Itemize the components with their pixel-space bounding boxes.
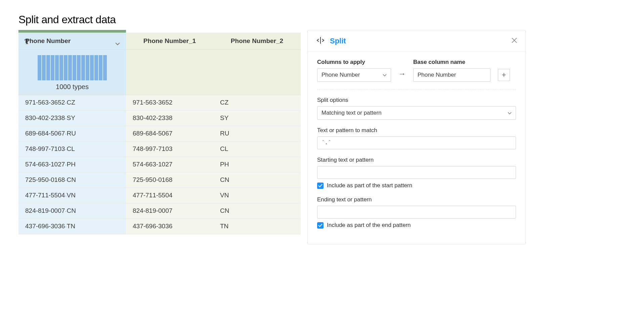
table-row[interactable]: 574-663-1027·PH574-663-1027PH <box>18 157 301 172</box>
text-type-icon: T <box>25 37 30 46</box>
table-row[interactable]: 725-950-0168·CN725-950-0168CN <box>18 172 301 188</box>
pattern-label: Text or pattern to match <box>317 127 516 134</box>
add-column-button[interactable]: + <box>498 69 510 81</box>
split-options-label: Split options <box>317 97 516 104</box>
column-header-phone-number-1[interactable]: Phone Number_1 <box>126 33 213 50</box>
column-header-phone-number[interactable]: T Phone Number <box>18 33 126 50</box>
starting-pattern-input[interactable] <box>317 166 516 179</box>
panel-title: Split <box>330 37 346 45</box>
data-table: T Phone Number Phone Number_1 Phone Numb… <box>18 30 301 244</box>
chevron-down-icon <box>508 110 512 116</box>
include-end-checkbox[interactable] <box>317 222 324 229</box>
ending-pattern-input[interactable] <box>317 206 516 219</box>
chevron-down-icon <box>383 72 387 78</box>
histogram <box>18 55 126 80</box>
include-start-checkbox[interactable] <box>317 183 324 189</box>
split-panel: Split Columns to apply Phone Number → Ba… <box>307 30 526 244</box>
table-row[interactable]: 830-402-2338·SY830-402-2338SY <box>18 110 301 126</box>
close-button[interactable] <box>511 37 517 45</box>
chevron-down-icon[interactable] <box>115 40 120 47</box>
ending-pattern-label: Ending text or pattern <box>317 196 516 203</box>
page-title: Split and extract data <box>18 13 644 26</box>
column-header-phone-number-2[interactable]: Phone Number_2 <box>213 33 301 50</box>
base-column-label: Base column name <box>413 59 490 66</box>
pattern-input[interactable] <box>317 136 516 149</box>
arrow-right-icon: → <box>398 70 406 82</box>
columns-to-apply-select[interactable]: Phone Number <box>317 68 391 82</box>
table-row[interactable]: 437-696-3036·TN437-696-3036TN <box>18 219 301 234</box>
types-count: 1000 types <box>18 83 126 91</box>
split-icon <box>316 36 325 46</box>
column-quality-bar <box>18 30 126 33</box>
table-row[interactable]: 824-819-0007·CN824-819-0007CN <box>18 203 301 219</box>
include-start-label: Include as part of the start pattern <box>327 182 412 189</box>
columns-to-apply-label: Columns to apply <box>317 59 391 66</box>
table-row[interactable]: 689-684-5067·RU689-684-5067RU <box>18 126 301 141</box>
table-row[interactable]: 477-711-5504·VN477-711-5504VN <box>18 188 301 203</box>
split-options-select[interactable]: Matching text or pattern <box>317 106 516 120</box>
include-end-label: Include as part of the end pattern <box>327 222 411 229</box>
table-row[interactable]: 748-997-7103·CL748-997-7103CL <box>18 141 301 157</box>
starting-pattern-label: Starting text or pattern <box>317 157 516 163</box>
table-row[interactable]: 971-563-3652·CZ971-563-3652CZ <box>18 95 301 111</box>
base-column-input[interactable] <box>413 68 490 82</box>
